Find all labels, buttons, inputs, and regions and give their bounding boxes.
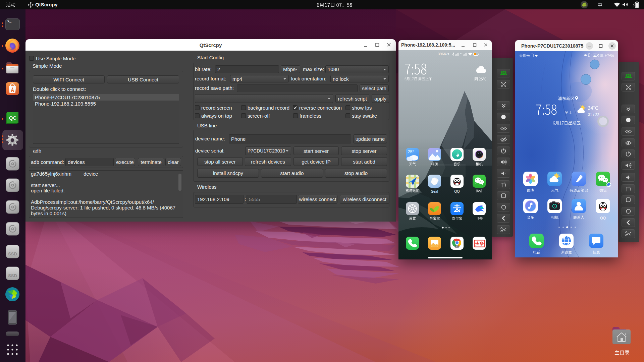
svg-text:90: 90: [594, 54, 596, 56]
svg-text:QC: QC: [9, 115, 17, 121]
svg-text:25°: 25°: [408, 149, 414, 154]
svg-text:Beta: Beta: [455, 246, 459, 247]
svg-text:SSD: SSD: [8, 273, 17, 278]
svg-text:SSD: SSD: [8, 251, 17, 256]
svg-text:HD: HD: [460, 53, 462, 54]
